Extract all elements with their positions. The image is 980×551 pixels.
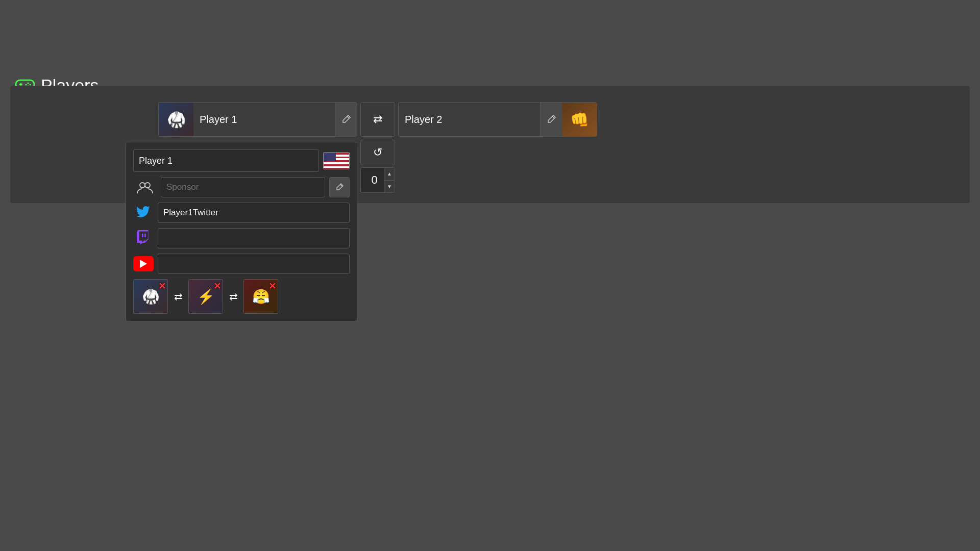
svg-point-3 bbox=[28, 82, 29, 84]
player2-avatar[interactable]: 👊 bbox=[562, 102, 597, 137]
character-pick-1[interactable]: 🥋 ✕ bbox=[133, 279, 168, 314]
sponsor-input[interactable] bbox=[161, 177, 325, 197]
sponsor-edit-button[interactable] bbox=[329, 177, 350, 197]
player1-twitter-input[interactable] bbox=[158, 203, 350, 223]
char-swap-2-button[interactable]: ⇄ bbox=[225, 288, 241, 305]
player1-youtube-input[interactable] bbox=[158, 254, 350, 274]
player1-detail-panel: 🥋 ✕ ⇄ ⚡ ✕ ⇄ 😤 ✕ bbox=[126, 142, 357, 321]
player2-edit-button[interactable] bbox=[540, 102, 562, 137]
score-controls: ↺ 0 ▲ ▼ bbox=[360, 140, 395, 193]
twitter-row bbox=[133, 203, 350, 223]
score-box: 0 ▲ ▼ bbox=[360, 167, 395, 193]
player1-header: 🥋 bbox=[158, 102, 357, 137]
score-up-button[interactable]: ▲ bbox=[384, 167, 395, 181]
swap-players-button[interactable]: ⇄ bbox=[360, 102, 395, 137]
character-pick-2[interactable]: ⚡ ✕ bbox=[188, 279, 223, 314]
svg-point-7 bbox=[140, 183, 145, 188]
svg-point-8 bbox=[145, 183, 150, 188]
player1-name-row bbox=[133, 149, 350, 172]
score-value: 0 bbox=[361, 173, 384, 187]
score-down-button[interactable]: ▼ bbox=[384, 181, 395, 193]
sponsor-icon bbox=[133, 177, 157, 197]
player1-edit-button[interactable] bbox=[335, 102, 357, 137]
player1-name-input[interactable] bbox=[193, 103, 335, 136]
reset-score-button[interactable]: ↺ bbox=[360, 140, 395, 165]
player1-display-name-input[interactable] bbox=[133, 149, 319, 172]
character-pick-3[interactable]: 😤 ✕ bbox=[243, 279, 278, 314]
player2-header: 👊 bbox=[398, 102, 597, 137]
char-swap-1-button[interactable]: ⇄ bbox=[170, 288, 186, 305]
player1-avatar[interactable]: 🥋 bbox=[159, 102, 193, 137]
twitter-icon bbox=[133, 206, 154, 220]
player1-twitch-input[interactable] bbox=[158, 228, 350, 248]
svg-rect-9 bbox=[142, 234, 143, 237]
player2-name-input[interactable] bbox=[399, 103, 540, 136]
twitch-row bbox=[133, 228, 350, 248]
score-spinner: ▲ ▼ bbox=[384, 167, 395, 193]
svg-point-6 bbox=[26, 84, 27, 85]
youtube-icon bbox=[133, 256, 154, 271]
youtube-row bbox=[133, 254, 350, 274]
character-picks-row: 🥋 ✕ ⇄ ⚡ ✕ ⇄ 😤 ✕ bbox=[133, 279, 350, 314]
svg-point-4 bbox=[30, 84, 31, 85]
twitch-icon bbox=[133, 230, 154, 246]
country-flag-us[interactable] bbox=[323, 152, 350, 169]
sponsor-row bbox=[133, 177, 350, 197]
svg-rect-10 bbox=[144, 234, 146, 237]
